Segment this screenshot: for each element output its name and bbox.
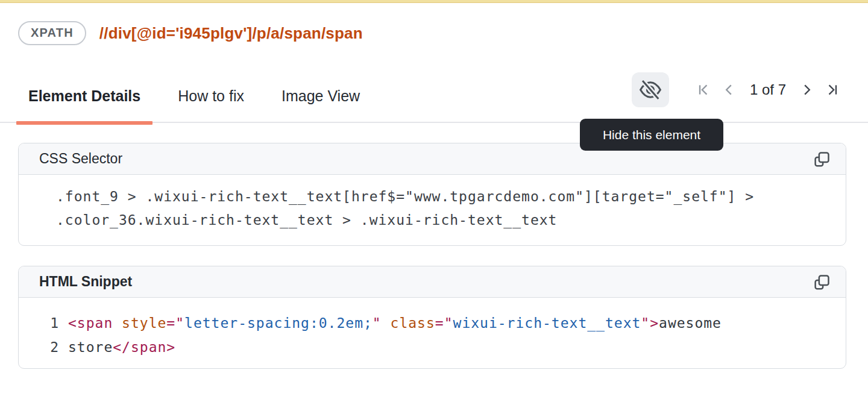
css-selector-title: CSS Selector <box>39 151 122 167</box>
chevron-left-icon <box>721 82 737 98</box>
last-page-icon <box>825 82 840 98</box>
tab-image-view-label: Image View <box>281 87 360 105</box>
pagination-last-button[interactable] <box>822 80 843 100</box>
xpath-header: XPATH //div[@id='i945plgv']/p/a/span/spa… <box>18 21 363 45</box>
pagination-prev-button[interactable] <box>719 80 739 100</box>
hide-element-tooltip: Hide this element <box>580 119 723 151</box>
copy-html-snippet-button[interactable] <box>812 273 830 291</box>
line-number: 1 <box>19 311 68 335</box>
chevron-right-icon <box>799 82 815 98</box>
css-selector-line-1: .font_9 > .wixui-rich-text__text[href$="… <box>56 189 754 204</box>
snippet-code-line-2: store</span> <box>68 335 175 359</box>
css-selector-panel: CSS Selector .font_9 > .wixui-rich-text_… <box>18 143 846 246</box>
tab-image-view[interactable]: Image View <box>269 77 372 123</box>
tab-element-details-label: Element Details <box>28 87 140 105</box>
xpath-value: //div[@id='i945plgv']/p/a/span/span <box>99 24 363 43</box>
tooltip-text: Hide this element <box>603 128 700 142</box>
pagination: 1 of 7 <box>693 80 843 100</box>
html-snippet-panel: HTML Snippet 1 <span style="letter-spaci… <box>18 266 846 369</box>
html-snippet-code: 1 <span style="letter-spacing:0.2em;" cl… <box>19 298 846 359</box>
first-page-icon <box>696 82 711 98</box>
copy-icon <box>812 150 830 168</box>
snippet-line: 1 <span style="letter-spacing:0.2em;" cl… <box>19 311 846 335</box>
css-selector-line-2: .color_36.wixui-rich-text__text > .wixui… <box>56 212 557 228</box>
html-snippet-panel-header: HTML Snippet <box>19 266 846 298</box>
pagination-next-button[interactable] <box>797 80 817 100</box>
top-accent-bar <box>0 0 868 3</box>
line-number: 2 <box>19 335 68 359</box>
copy-css-selector-button[interactable] <box>812 150 830 168</box>
css-selector-code: .font_9 > .wixui-rich-text__text[href$="… <box>19 175 846 232</box>
html-snippet-title: HTML Snippet <box>39 274 132 290</box>
tab-how-to-fix[interactable]: How to fix <box>166 77 256 123</box>
tab-element-details[interactable]: Element Details <box>16 77 153 123</box>
toolbar: 1 of 7 <box>632 72 843 107</box>
pagination-first-button[interactable] <box>693 80 714 100</box>
eye-off-icon <box>638 77 663 102</box>
snippet-line: 2 store</span> <box>19 335 846 359</box>
copy-icon <box>812 273 830 291</box>
pagination-status: 1 of 7 <box>750 81 786 98</box>
snippet-code-line-1: <span style="letter-spacing:0.2em;" clas… <box>68 311 722 335</box>
xpath-badge: XPATH <box>18 21 86 45</box>
tab-how-to-fix-label: How to fix <box>178 87 244 105</box>
hide-element-button[interactable] <box>632 72 669 107</box>
